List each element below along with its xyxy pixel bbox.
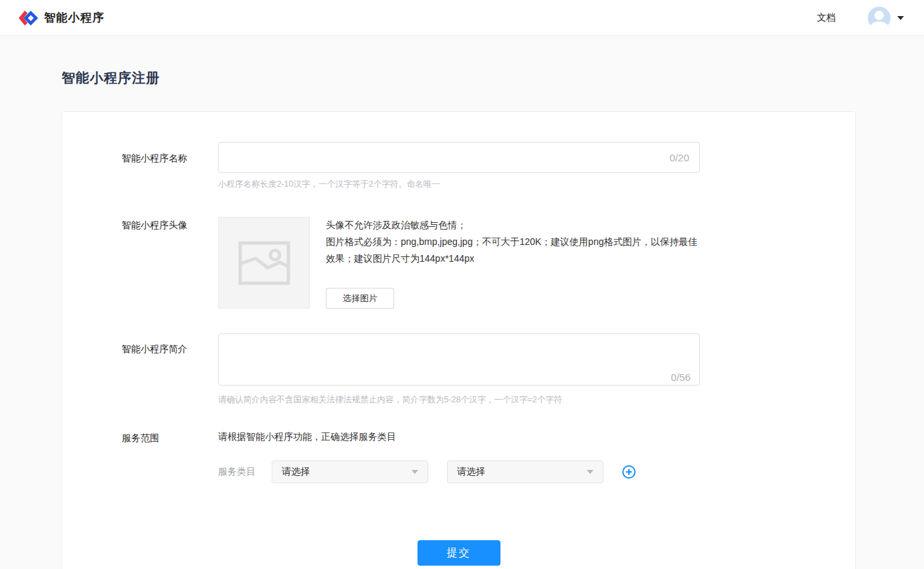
nav-doc-link[interactable]: 文档 — [817, 12, 836, 24]
chevron-down-icon[interactable] — [897, 16, 904, 20]
name-input[interactable] — [218, 142, 700, 173]
registration-form-card: 智能小程序名称 0/20 小程序名称长度2-10汉字，一个汉字等于2个字符。命名… — [62, 111, 856, 569]
category-select-1-value: 请选择 — [282, 466, 310, 478]
intro-textarea[interactable] — [218, 333, 700, 386]
scope-label: 服务范围 — [62, 430, 218, 483]
scope-description: 请根据智能小程序功能，正确选择服务类目 — [218, 430, 636, 443]
name-input-wrap: 0/20 — [218, 142, 700, 173]
name-label: 智能小程序名称 — [62, 142, 218, 190]
page-title: 智能小程序注册 — [62, 69, 924, 87]
name-row: 智能小程序名称 0/20 小程序名称长度2-10汉字，一个汉字等于2个字符。命名… — [62, 142, 855, 190]
smartapp-logo-icon — [18, 9, 38, 27]
intro-label: 智能小程序简介 — [62, 333, 218, 406]
intro-row: 智能小程序简介 0/56 请确认简介内容不含国家相关法律法规禁止内容，简介字数为… — [62, 333, 855, 406]
category-label: 服务类目 — [218, 461, 256, 478]
intro-hint: 请确认简介内容不含国家相关法律法规禁止内容，简介字数为5-28个汉字，一个汉字=… — [218, 394, 700, 406]
category-select-1[interactable]: 请选择 — [272, 461, 428, 483]
avatar-rule-line2: 图片格式必须为：png,bmp,jpeg,jpg；不可大于120K；建议使用pn… — [326, 234, 701, 267]
chevron-down-icon — [411, 470, 418, 474]
avatar-label: 智能小程序头像 — [62, 217, 218, 309]
chevron-down-icon — [587, 470, 593, 474]
category-select-2-value: 请选择 — [457, 466, 485, 478]
submit-button[interactable]: 提交 — [418, 540, 500, 566]
user-menu[interactable] — [868, 7, 904, 29]
top-header: 智能小程序 文档 — [0, 0, 924, 36]
brand[interactable]: 智能小程序 — [18, 9, 104, 27]
category-row: 服务类目 请选择 请选择 — [218, 461, 636, 483]
scope-row: 服务范围 请根据智能小程序功能，正确选择服务类目 服务类目 请选择 请选择 — [62, 430, 855, 483]
category-select-2[interactable]: 请选择 — [447, 461, 604, 483]
image-placeholder-icon — [238, 241, 290, 285]
user-avatar-icon[interactable] — [868, 7, 891, 29]
submit-wrap: 提交 — [62, 540, 855, 566]
choose-image-button[interactable]: 选择图片 — [326, 288, 394, 309]
avatar-upload-box[interactable] — [218, 217, 310, 309]
avatar-rule-line1: 头像不允许涉及政治敏感与色情； — [326, 217, 701, 234]
avatar-row: 智能小程序头像 头像不允许涉及政治敏感与色情； 图片格式必须为：png,bmp,… — [62, 217, 855, 309]
plus-circle-icon — [622, 465, 636, 479]
name-hint: 小程序名称长度2-10汉字，一个汉字等于2个字符。命名唯一 — [218, 179, 700, 190]
intro-textarea-wrap: 0/56 — [218, 333, 700, 388]
add-category-button[interactable] — [622, 465, 636, 479]
brand-title: 智能小程序 — [44, 10, 104, 25]
